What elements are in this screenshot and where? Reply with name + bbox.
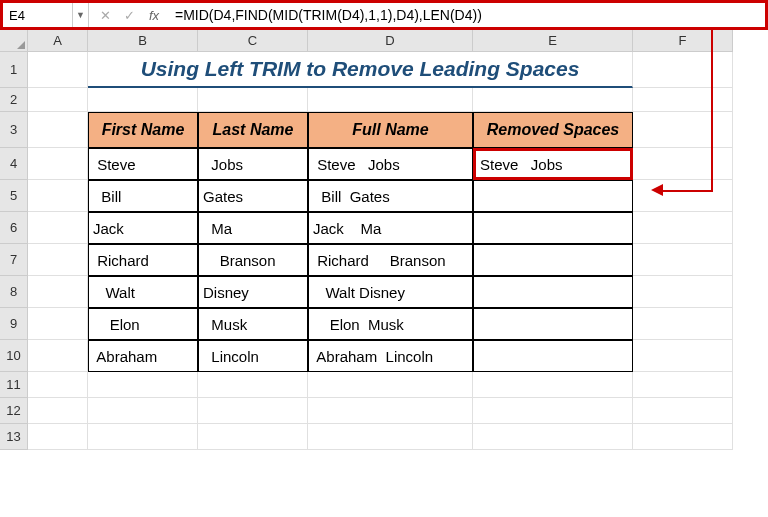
cell-C6[interactable]: Ma: [198, 212, 308, 244]
col-header-B[interactable]: B: [88, 30, 198, 52]
header-last-name[interactable]: Last Name: [198, 112, 308, 148]
name-box-dropdown-icon[interactable]: ▼: [73, 3, 89, 27]
cell-E2[interactable]: [473, 88, 633, 112]
cell-D7[interactable]: Richard Branson: [308, 244, 473, 276]
cell-C7[interactable]: Branson: [198, 244, 308, 276]
cell-A8[interactable]: [28, 276, 88, 308]
title-cell[interactable]: Using Left TRIM to Remove Leading Spaces: [88, 52, 633, 88]
cell-A10[interactable]: [28, 340, 88, 372]
cell-F5[interactable]: [633, 180, 733, 212]
cell-D10[interactable]: Abraham Lincoln: [308, 340, 473, 372]
col-header-D[interactable]: D: [308, 30, 473, 52]
cell-E10[interactable]: [473, 340, 633, 372]
cell-C5[interactable]: Gates: [198, 180, 308, 212]
cell-B13[interactable]: [88, 424, 198, 450]
cell-F12[interactable]: [633, 398, 733, 424]
cell-B7[interactable]: Richard: [88, 244, 198, 276]
cell-F1[interactable]: [633, 52, 733, 88]
cell-C11[interactable]: [198, 372, 308, 398]
cell-D4[interactable]: Steve Jobs: [308, 148, 473, 180]
row-header-8[interactable]: 8: [0, 276, 28, 308]
cell-B4[interactable]: Steve: [88, 148, 198, 180]
formula-input[interactable]: =MID(D4,FIND(MID(TRIM(D4),1,1),D4),LEN(D…: [169, 3, 765, 27]
cell-F13[interactable]: [633, 424, 733, 450]
cell-B12[interactable]: [88, 398, 198, 424]
cell-D8[interactable]: Walt Disney: [308, 276, 473, 308]
row-header-10[interactable]: 10: [0, 340, 28, 372]
cell-F6[interactable]: [633, 212, 733, 244]
name-box[interactable]: E4: [3, 3, 73, 27]
cancel-icon[interactable]: ✕: [97, 8, 113, 23]
row-header-11[interactable]: 11: [0, 372, 28, 398]
cell-A11[interactable]: [28, 372, 88, 398]
cell-B11[interactable]: [88, 372, 198, 398]
cell-B10[interactable]: Abraham: [88, 340, 198, 372]
cell-E12[interactable]: [473, 398, 633, 424]
cell-A7[interactable]: [28, 244, 88, 276]
cell-A1[interactable]: [28, 52, 88, 88]
cell-F2[interactable]: [633, 88, 733, 112]
cell-B2[interactable]: [88, 88, 198, 112]
cell-E13[interactable]: [473, 424, 633, 450]
cell-D11[interactable]: [308, 372, 473, 398]
header-full-name[interactable]: Full Name: [308, 112, 473, 148]
row-header-1[interactable]: 1: [0, 52, 28, 88]
cell-C9[interactable]: Musk: [198, 308, 308, 340]
cell-E8[interactable]: [473, 276, 633, 308]
cell-F9[interactable]: [633, 308, 733, 340]
col-header-A[interactable]: A: [28, 30, 88, 52]
cell-F8[interactable]: [633, 276, 733, 308]
cell-C13[interactable]: [198, 424, 308, 450]
row-header-6[interactable]: 6: [0, 212, 28, 244]
row-header-3[interactable]: 3: [0, 112, 28, 148]
cell-E6[interactable]: [473, 212, 633, 244]
cell-C12[interactable]: [198, 398, 308, 424]
cell-A3[interactable]: [28, 112, 88, 148]
col-header-F[interactable]: F: [633, 30, 733, 52]
col-header-C[interactable]: C: [198, 30, 308, 52]
cell-D2[interactable]: [308, 88, 473, 112]
cell-D12[interactable]: [308, 398, 473, 424]
cell-B5[interactable]: Bill: [88, 180, 198, 212]
row-header-13[interactable]: 13: [0, 424, 28, 450]
cell-F4[interactable]: [633, 148, 733, 180]
cell-C8[interactable]: Disney: [198, 276, 308, 308]
row-header-2[interactable]: 2: [0, 88, 28, 112]
fx-icon[interactable]: fx: [145, 8, 161, 23]
row-header-9[interactable]: 9: [0, 308, 28, 340]
header-removed-spaces[interactable]: Removed Spaces: [473, 112, 633, 148]
cell-F7[interactable]: [633, 244, 733, 276]
cell-B6[interactable]: Jack: [88, 212, 198, 244]
cell-F3[interactable]: [633, 112, 733, 148]
cell-F11[interactable]: [633, 372, 733, 398]
cell-A6[interactable]: [28, 212, 88, 244]
row-header-5[interactable]: 5: [0, 180, 28, 212]
cell-D9[interactable]: Elon Musk: [308, 308, 473, 340]
cell-E7[interactable]: [473, 244, 633, 276]
cell-D5[interactable]: Bill Gates: [308, 180, 473, 212]
row-header-12[interactable]: 12: [0, 398, 28, 424]
cell-A9[interactable]: [28, 308, 88, 340]
cell-E9[interactable]: [473, 308, 633, 340]
row-header-4[interactable]: 4: [0, 148, 28, 180]
cell-E4[interactable]: Steve Jobs: [473, 148, 633, 180]
enter-icon[interactable]: ✓: [121, 8, 137, 23]
cell-A2[interactable]: [28, 88, 88, 112]
cell-E5[interactable]: [473, 180, 633, 212]
cell-A5[interactable]: [28, 180, 88, 212]
cell-A13[interactable]: [28, 424, 88, 450]
cell-D13[interactable]: [308, 424, 473, 450]
cell-B9[interactable]: Elon: [88, 308, 198, 340]
cell-C2[interactable]: [198, 88, 308, 112]
select-all-corner[interactable]: [0, 30, 28, 52]
cell-E11[interactable]: [473, 372, 633, 398]
col-header-E[interactable]: E: [473, 30, 633, 52]
header-first-name[interactable]: First Name: [88, 112, 198, 148]
cell-C4[interactable]: Jobs: [198, 148, 308, 180]
cell-A4[interactable]: [28, 148, 88, 180]
cell-B8[interactable]: Walt: [88, 276, 198, 308]
cell-C10[interactable]: Lincoln: [198, 340, 308, 372]
cell-A12[interactable]: [28, 398, 88, 424]
row-header-7[interactable]: 7: [0, 244, 28, 276]
cell-D6[interactable]: Jack Ma: [308, 212, 473, 244]
